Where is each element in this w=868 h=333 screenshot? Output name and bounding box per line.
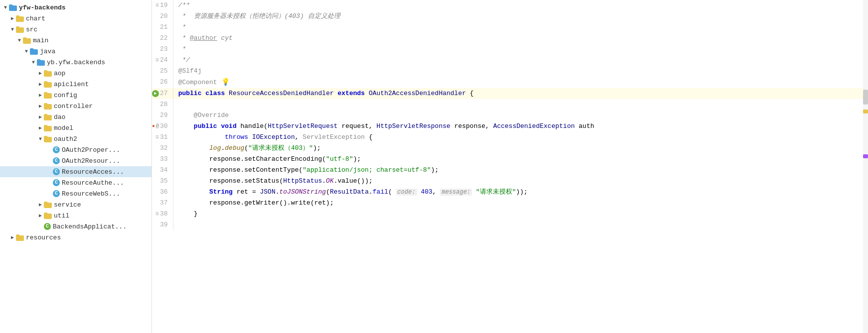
code-line-37: 37 response.getWriter().write(ret); (152, 198, 868, 209)
code-content: public void handle(HttpServletRequest re… (173, 121, 868, 132)
arrow-icon (37, 114, 44, 120)
sidebar-item-main[interactable]: main (0, 35, 151, 46)
arrow-icon (37, 81, 44, 87)
arrow-icon (37, 202, 44, 208)
code-content: String ret = JSON.toJSONString(ResultDat… (173, 187, 868, 198)
line-number: 32 (152, 143, 173, 154)
sidebar-item-oauth2[interactable]: oauth2 (0, 133, 151, 144)
sidebar-item-label: java (40, 48, 55, 55)
sidebar-item-controller[interactable]: controller (0, 101, 151, 111)
code-line-28: 28 (152, 99, 868, 110)
code-line-33: 33 response.setCharacterEncoding("utf-8"… (152, 154, 868, 165)
line-number: ≡ 24 (152, 55, 173, 66)
code-content: log.debug("请求未授权（403）"); (173, 143, 868, 154)
code-line-27: ▶ 27 public class ResourceAccessDeniedHa… (152, 88, 868, 99)
sidebar-item-src[interactable]: src (0, 24, 151, 35)
folder-icon (37, 59, 45, 66)
code-editor[interactable]: ≡ 19 /** 20 * 资源服务器未授权（拒绝访问）(403) 自定义处理 … (152, 0, 868, 333)
app-class-icon: C (44, 223, 51, 230)
arrow-icon (37, 103, 44, 109)
code-content: response.setContentType("application/jso… (173, 165, 868, 176)
line-num-text: 24 (160, 55, 168, 66)
sidebar-item-apiclient[interactable]: apiclient (0, 79, 151, 90)
sidebar-item-label: BackendsApplicat... (53, 223, 127, 230)
sidebar-item-resourceacces[interactable]: C ResourceAcces... (0, 166, 151, 177)
sidebar-item-label: service (54, 201, 81, 209)
sidebar-item-label: apiclient (54, 81, 89, 88)
line-number: 26 (152, 77, 173, 88)
sidebar-item-label: controller (54, 103, 93, 110)
line-num-text: 39 (160, 220, 168, 230)
folder-icon (16, 26, 24, 33)
sidebar-item-service[interactable]: service (0, 199, 151, 210)
arrow-icon (37, 70, 44, 76)
sidebar-item-resourcewebs[interactable]: C ResourceWebS... (0, 188, 151, 199)
line-number: 23 (152, 44, 173, 55)
code-content: response.setStatus(HttpStatus.OK.value()… (173, 176, 868, 187)
sidebar-item-util[interactable]: util (0, 210, 151, 221)
code-line-38: ≡ 38 } (152, 209, 868, 220)
folder-icon (44, 92, 52, 99)
line-num-text: 30 (160, 121, 168, 132)
sidebar-item-resourceauthe[interactable]: C ResourceAuthe... (0, 177, 151, 188)
line-number: 34 (152, 165, 173, 176)
code-content: * 资源服务器未授权（拒绝访问）(403) 自定义处理 (173, 11, 868, 22)
sidebar-item-package[interactable]: yb.yfw.backends (0, 57, 151, 68)
sidebar-item-label: yb.yfw.backends (47, 59, 105, 66)
debug-icon: ▶ (152, 90, 159, 97)
line-num-text: 26 (160, 77, 168, 88)
sidebar-item-label: oauth2 (54, 135, 77, 143)
sidebar-item-aop[interactable]: aop (0, 68, 151, 79)
line-number: ● @ 30 (152, 121, 173, 132)
code-line-19: ≡ 19 /** (152, 0, 868, 11)
line-number: ▶ 27 (152, 88, 173, 99)
line-number: 29 (152, 110, 173, 121)
sidebar-item-config[interactable]: config (0, 90, 151, 101)
folder-icon (44, 136, 52, 142)
fold-icon: ≡ (155, 209, 159, 220)
file-tree[interactable]: yfw-backends chart src main java (0, 0, 152, 333)
arrow-icon (16, 38, 23, 43)
folder-icon (44, 114, 52, 120)
line-num-text: 36 (160, 187, 168, 198)
line-num-text: 35 (160, 176, 168, 187)
sidebar-item-label: ResourceAcces... (62, 168, 124, 176)
line-num-text: 21 (160, 22, 168, 33)
line-number: 28 (152, 99, 173, 110)
fold-icon: ≡ (155, 55, 159, 66)
scrollbar-thumb[interactable] (863, 90, 868, 105)
sidebar-item-dao[interactable]: dao (0, 111, 151, 122)
sidebar-item-java[interactable]: java (0, 46, 151, 57)
arrow-icon (37, 92, 44, 98)
code-content: @Slf4j (173, 66, 868, 77)
sidebar-item-resources[interactable]: resources (0, 232, 151, 243)
folder-icon (23, 37, 31, 44)
code-line-20: 20 * 资源服务器未授权（拒绝访问）(403) 自定义处理 (152, 11, 868, 22)
code-line-29: 29 @Override (152, 110, 868, 121)
code-line-26: 26 @Component💡 (152, 77, 868, 88)
class-icon: C (53, 190, 60, 197)
line-number: 36 (152, 187, 173, 198)
scrollbar-track[interactable] (863, 0, 868, 333)
sidebar-item-oauth2proper[interactable]: C OAuth2Proper... (0, 144, 151, 155)
sidebar-item-chart[interactable]: chart (0, 13, 151, 24)
sidebar-item-backendsapplicat[interactable]: C BackendsApplicat... (0, 221, 151, 232)
tree-root[interactable]: yfw-backends (0, 2, 151, 13)
code-line-36: 36 String ret = JSON.toJSONString(Result… (152, 187, 868, 198)
code-content: @Component💡 (173, 77, 868, 88)
code-line-35: 35 response.setStatus(HttpStatus.OK.valu… (152, 176, 868, 187)
sidebar-item-oauth2resour[interactable]: C OAuth2Resour... (0, 155, 151, 166)
folder-icon (44, 213, 52, 219)
sidebar-item-model[interactable]: model (0, 122, 151, 133)
arrow-icon (30, 60, 37, 65)
sidebar-item-label: ResourceWebS... (62, 190, 120, 198)
arrow-icon (37, 136, 44, 142)
arrow-icon (9, 27, 16, 32)
code-line-25: 25 @Slf4j (152, 66, 868, 77)
sidebar-item-label: resources (26, 234, 61, 241)
sidebar-item-label: model (54, 124, 73, 132)
arrow-icon (37, 125, 44, 131)
line-number: 33 (152, 154, 173, 165)
code-content: */ (173, 55, 868, 66)
line-number: ≡ 38 (152, 209, 173, 220)
